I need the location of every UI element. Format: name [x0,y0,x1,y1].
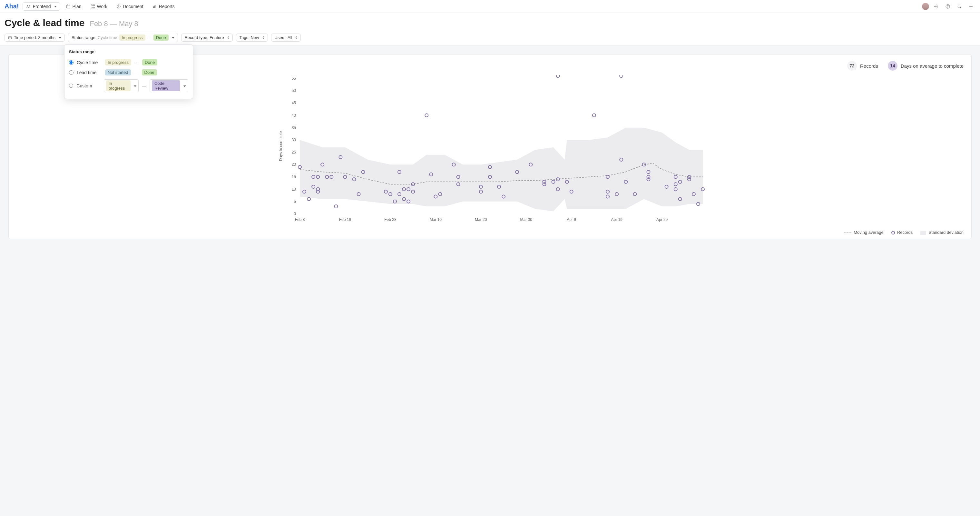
days-label: Days on average to complete [901,63,964,69]
dropdown-option-cycle[interactable]: Cycle timeIn progress—Done [69,57,188,67]
record-dot[interactable] [620,75,623,77]
chip-label: Users: All [275,35,293,40]
add-button[interactable] [966,2,975,11]
status-pill-to: Code Review [152,80,180,91]
record-dot[interactable] [307,197,310,201]
filter-row: Time period: 3 months Status range: Cycl… [5,33,975,45]
record-dot[interactable] [557,75,560,77]
radio-custom[interactable] [69,84,73,88]
nav-work[interactable]: Work [88,3,111,10]
svg-text:15: 15 [292,174,296,179]
svg-text:50: 50 [292,88,296,93]
svg-point-0 [27,5,29,6]
svg-text:Mar 30: Mar 30 [520,217,533,222]
svg-rect-23 [9,37,12,39]
nav-plan[interactable]: Plan [63,3,85,10]
svg-text:45: 45 [292,100,296,105]
dropdown-option-lead[interactable]: Lead timeNot started—Done [69,67,188,77]
search-button[interactable] [955,2,964,11]
dash: — [134,70,138,75]
svg-rect-13 [153,6,154,8]
dropdown-option-custom[interactable]: CustomIn progress—Code Review [69,77,188,94]
status-select[interactable]: Code Review [150,79,188,92]
svg-text:Feb 8: Feb 8 [295,217,305,222]
radio-lead[interactable] [69,70,73,75]
svg-point-19 [958,5,960,7]
nav-label: Work [97,4,107,9]
plus-icon [968,4,974,9]
legend-records: Records [891,230,913,235]
svg-rect-2 [67,5,70,8]
record-dot[interactable] [334,205,337,208]
svg-text:Apr 29: Apr 29 [656,217,668,222]
avatar[interactable] [922,3,929,10]
nav-label: Document [123,4,143,9]
help-button[interactable] [943,2,952,11]
status-pill-to: Done [142,59,158,65]
info-icon [116,4,121,9]
filter-record-type[interactable]: Record type: Feature [181,33,233,41]
record-dot[interactable] [425,114,428,117]
radio-cycle[interactable] [69,60,73,65]
nav-document[interactable]: Document [113,3,147,10]
nav-reports[interactable]: Reports [149,3,178,10]
filter-tags[interactable]: Tags: New [236,33,268,41]
chip-label: Status range: Cycle time [72,35,117,40]
settings-button[interactable] [932,2,941,11]
svg-point-16 [935,6,937,7]
svg-text:20: 20 [292,162,296,167]
svg-text:5: 5 [294,199,296,204]
calendar-icon [66,4,71,9]
svg-text:55: 55 [292,76,296,81]
records-count-badge: 72 [847,61,857,71]
svg-rect-9 [93,7,94,8]
grid-icon [91,4,95,9]
subheader: Cycle & lead time Feb 8 — May 8 Time per… [0,13,980,46]
dash: — [134,60,139,65]
legend: Moving average Records Standard deviatio… [16,227,964,235]
filter-time-period[interactable]: Time period: 3 months [5,33,65,41]
gear-icon [934,4,939,9]
option-label: Cycle time [77,60,102,65]
filter-users[interactable]: Users: All [271,33,301,41]
calendar-icon [8,36,12,40]
filter-status-range[interactable]: Status range: Cycle time In progress — D… [68,33,178,42]
date-range: Feb 8 — May 8 [90,20,138,28]
page-title: Cycle & lead time [5,18,84,29]
stddev-band [300,128,703,212]
rect-icon [920,231,926,235]
caret-icon [57,35,61,40]
svg-text:Apr 19: Apr 19 [611,217,622,222]
status-pill-from: In progress [119,35,145,41]
chevron-down-icon [132,83,136,88]
dropdown-title: Status range: [69,49,188,54]
svg-text:25: 25 [292,150,296,154]
option-label: Lead time [77,70,102,75]
record-dot[interactable] [592,114,596,117]
topbar: Aha! Frontend Plan Work Document Reports [0,0,980,13]
svg-rect-7 [93,5,94,6]
svg-text:Feb 18: Feb 18 [339,217,352,222]
logo: Aha! [5,3,19,10]
status-pill-from: Not started [105,69,131,75]
nav-label: Plan [73,4,81,9]
status-pill-from: In progress [106,80,130,91]
status-select[interactable]: In progress [104,79,138,92]
svg-text:0: 0 [294,212,296,216]
svg-text:Mar 20: Mar 20 [475,217,487,222]
svg-rect-6 [91,5,92,6]
status-pill-from: In progress [105,59,131,65]
status-pill-to: Done [153,35,169,41]
svg-text:Days to complete: Days to complete [278,131,283,161]
svg-text:30: 30 [292,138,296,142]
status-pill-to: Done [142,69,157,75]
svg-line-20 [960,7,961,8]
workspace-name: Frontend [33,4,51,9]
updown-icon [295,36,297,39]
circle-icon [891,231,895,234]
workspace-select[interactable]: Frontend [22,2,60,11]
svg-rect-8 [91,7,92,8]
svg-rect-14 [154,5,155,8]
svg-text:Mar 10: Mar 10 [430,217,442,222]
svg-text:Apr 9: Apr 9 [567,217,576,222]
